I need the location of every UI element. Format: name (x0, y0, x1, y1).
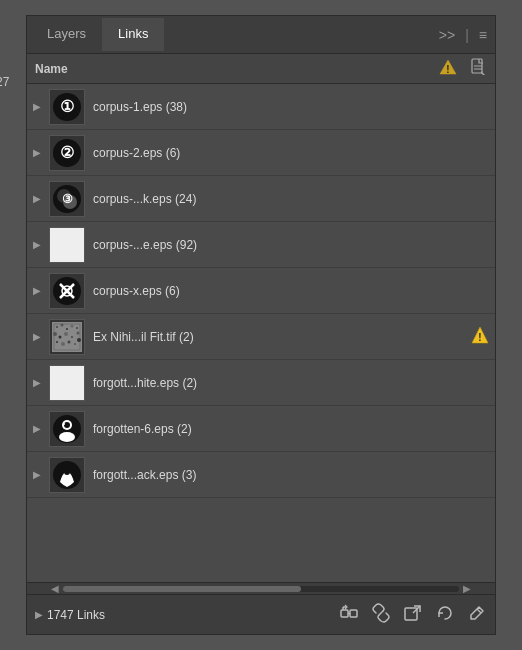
svg-point-31 (61, 342, 65, 346)
chevrons-icon[interactable]: >> (435, 27, 459, 43)
list-item[interactable]: ▶ ③ corpus-...k.eps (24) (27, 176, 495, 222)
item-label: corpus-...k.eps (24) (93, 192, 489, 206)
item-label: corpus-1.eps (38) (93, 100, 489, 114)
svg-point-26 (59, 335, 62, 338)
tab-links[interactable]: Links (102, 18, 164, 51)
svg-point-21 (61, 323, 64, 326)
bottom-chevron-icon[interactable]: ▶ (35, 609, 43, 620)
panel: Layers Links >> | ≡ Name ! (26, 15, 496, 635)
svg-point-33 (74, 343, 76, 345)
list-item[interactable]: ▶ Ex Nihi (27, 314, 495, 360)
item-label: corpus-...e.eps (92) (93, 238, 489, 252)
list-item[interactable]: ▶ forgott...hite.eps (2) (27, 360, 495, 406)
thumbnail: ③ (49, 181, 85, 217)
column-name-label: Name (35, 62, 439, 76)
svg-point-22 (66, 328, 68, 330)
chevron-icon: ▶ (33, 239, 45, 250)
thumbnail (49, 411, 85, 447)
list-item[interactable]: ▶ ① corpus-1.eps (38) (27, 84, 495, 130)
svg-point-34 (77, 338, 81, 342)
svg-point-43 (64, 469, 70, 475)
item-label: forgotten-6.eps (2) (93, 422, 489, 436)
svg-point-27 (64, 332, 68, 336)
svg-line-52 (477, 609, 481, 613)
list-item[interactable]: ▶ corpus-x.eps (6) (27, 268, 495, 314)
list-item[interactable]: ▶ forgott...ack.eps (3) (27, 452, 495, 498)
svg-point-29 (77, 331, 80, 334)
svg-point-41 (63, 423, 65, 425)
tab-controls: >> | ≡ (435, 27, 491, 43)
item-label: Ex Nihi...il Fit.tif (2) (93, 330, 465, 344)
chevron-icon: ▶ (33, 469, 45, 480)
chevron-icon: ▶ (33, 423, 45, 434)
horizontal-scrollbar[interactable]: ◀ ▶ (27, 582, 495, 594)
svg-text:!: ! (478, 331, 481, 342)
list-item[interactable]: ▶ ② corpus-2.eps (6) (27, 130, 495, 176)
item-label: corpus-x.eps (6) (93, 284, 489, 298)
thumbnail: ② (49, 135, 85, 171)
svg-text:!: ! (446, 64, 449, 75)
svg-rect-44 (341, 610, 348, 617)
svg-point-23 (71, 324, 74, 327)
svg-point-40 (64, 422, 70, 428)
chevron-icon: ▶ (33, 331, 45, 342)
scrollbar-track[interactable] (63, 586, 459, 592)
link-icon[interactable] (371, 603, 391, 627)
scroll-right-arrow[interactable]: ▶ (459, 583, 475, 594)
item-label: forgott...ack.eps (3) (93, 468, 489, 482)
column-header-icons: ! (439, 58, 487, 79)
bottom-bar: ▶ 1747 Links (27, 594, 495, 634)
tab-layers[interactable]: Layers (31, 18, 102, 51)
svg-point-32 (68, 340, 71, 343)
svg-rect-45 (350, 610, 357, 617)
svg-point-20 (56, 326, 58, 328)
thumbnail (49, 227, 85, 263)
svg-point-25 (53, 332, 57, 336)
links-count-label: 1747 Links (47, 608, 339, 622)
chevron-icon: ▶ (33, 147, 45, 158)
chevron-icon: ▶ (33, 101, 45, 112)
thumbnail: ① (49, 89, 85, 125)
svg-line-49 (379, 611, 383, 615)
svg-point-39 (59, 432, 75, 442)
menu-icon[interactable]: ≡ (475, 27, 491, 43)
warning-icon: ! (471, 326, 489, 348)
file-list[interactable]: ▶ ① corpus-1.eps (38) ▶ ② (27, 84, 495, 582)
svg-point-30 (56, 341, 58, 343)
svg-point-24 (76, 327, 78, 329)
tab-bar: Layers Links >> | ≡ (27, 16, 495, 54)
item-label: corpus-2.eps (6) (93, 146, 489, 160)
svg-text:③: ③ (62, 192, 73, 206)
thumbnail (49, 365, 85, 401)
item-label: forgott...hite.eps (2) (93, 376, 489, 390)
list-item[interactable]: ▶ corpus-...e.eps (92) (27, 222, 495, 268)
thumbnail (49, 457, 85, 493)
relink-icon[interactable] (339, 603, 359, 627)
edit-original-icon[interactable] (467, 603, 487, 627)
page-number: 27 (0, 75, 9, 89)
update-link-icon[interactable] (435, 603, 455, 627)
chevron-icon: ▶ (33, 285, 45, 296)
goto-link-icon[interactable] (403, 603, 423, 627)
column-header: Name ! (27, 54, 495, 84)
chevron-icon: ▶ (33, 377, 45, 388)
svg-text:②: ② (60, 144, 74, 161)
svg-point-28 (71, 336, 73, 338)
list-item[interactable]: ▶ forgotten-6.eps (2) (27, 406, 495, 452)
file-header-icon[interactable] (469, 58, 487, 79)
scroll-left-arrow[interactable]: ◀ (47, 583, 63, 594)
chevron-icon: ▶ (33, 193, 45, 204)
scrollbar-thumb[interactable] (63, 586, 301, 592)
bottom-tools (339, 603, 487, 627)
warning-header-icon[interactable]: ! (439, 58, 457, 79)
thumbnail (49, 319, 85, 355)
thumbnail (49, 273, 85, 309)
svg-text:①: ① (60, 98, 74, 115)
